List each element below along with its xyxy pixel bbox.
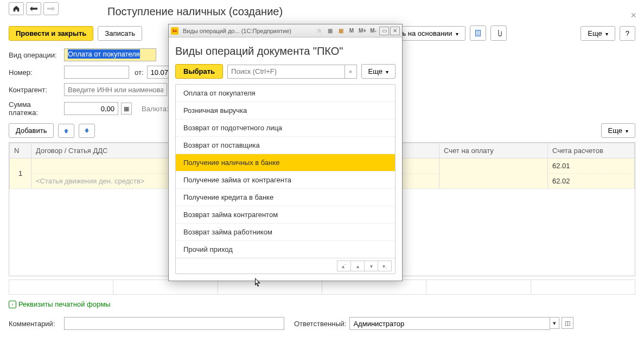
page-title: Поступление наличных (создание) xyxy=(0,3,644,22)
number-input[interactable] xyxy=(64,66,129,79)
tb-m-plus[interactable]: M+ xyxy=(358,27,367,35)
save-button[interactable]: Записать xyxy=(98,26,142,41)
app-icon: 1c xyxy=(171,27,178,35)
operation-type-item[interactable]: Розничная выручка xyxy=(176,102,395,119)
amount-label: Сумма платежа: xyxy=(9,100,61,117)
operation-type-item[interactable]: Получение кредита в банке xyxy=(176,189,395,206)
cell-acct1[interactable]: 62.01 xyxy=(548,158,635,174)
add-row-button[interactable]: Добавить xyxy=(9,123,54,138)
move-down-button[interactable] xyxy=(79,124,95,138)
operation-types-dialog: 1c Виды операций до... (1С:Предприятие) … xyxy=(168,24,403,281)
col-accounts[interactable]: Счета расчетов xyxy=(548,143,635,158)
footer-summary-grid xyxy=(9,280,635,295)
cell-acct2[interactable]: 62.02 xyxy=(548,174,635,189)
operation-type-item[interactable]: Возврат займа работником xyxy=(176,224,395,241)
number-label: Номер: xyxy=(9,68,61,77)
operation-type-item[interactable]: Возврат от поставщика xyxy=(176,137,395,154)
select-button[interactable]: Выбрать xyxy=(175,64,223,79)
more-button-top[interactable]: Еще xyxy=(581,26,615,41)
col-n[interactable]: N xyxy=(10,143,31,158)
dialog-titlebar[interactable]: 1c Виды операций до... (1С:Предприятие) … xyxy=(169,24,402,37)
counterparty-label: Контрагент: xyxy=(9,86,61,94)
more-dialog-label: Еще xyxy=(368,67,382,75)
operation-type-item[interactable]: Прочий приход xyxy=(176,241,395,258)
operation-type-item[interactable]: Получение займа от контрагента xyxy=(176,172,395,189)
dialog-window-title: Виды операций до... (1С:Предприятие) xyxy=(183,28,291,34)
print-requisites-link[interactable]: › Реквизиты печатной формы xyxy=(0,295,644,314)
from-label: от: xyxy=(135,68,144,77)
more-label: Еще xyxy=(588,29,602,37)
dropdown-icon[interactable]: ▾ xyxy=(550,317,559,329)
home-button[interactable] xyxy=(9,2,24,15)
amount-input[interactable] xyxy=(64,102,118,115)
comment-input[interactable] xyxy=(64,317,284,330)
operation-type-item[interactable]: Возврат займа контрагентом xyxy=(176,206,395,224)
currency-label: Валюта: xyxy=(142,105,169,113)
operation-type-item[interactable]: Получение наличных в банке xyxy=(176,154,395,172)
tb-calendar-icon[interactable]: ▦ xyxy=(336,27,346,35)
more-table-label: Еще xyxy=(608,126,622,135)
close-icon[interactable]: × xyxy=(630,10,636,21)
print-icon-button[interactable] xyxy=(470,26,486,41)
list-nav-bottom-icon[interactable]: ▾– xyxy=(378,261,392,271)
responsible-input[interactable] xyxy=(349,317,550,330)
close-dialog-icon[interactable]: ✕ xyxy=(390,27,400,35)
clear-search-icon[interactable]: × xyxy=(345,65,357,79)
col-invoice[interactable]: Счет на оплату xyxy=(439,143,548,158)
help-button[interactable]: ? xyxy=(620,26,635,41)
back-button[interactable] xyxy=(26,2,41,15)
responsible-label: Ответственный: xyxy=(294,320,346,328)
operation-type-input[interactable]: Оплата от покупателя xyxy=(64,48,156,61)
tb-m[interactable]: M xyxy=(347,27,356,35)
dialog-heading: Виды операций документа "ПКО" xyxy=(175,45,396,58)
operation-type-label: Вид операции: xyxy=(9,51,61,59)
operation-type-value: Оплата от покупателя xyxy=(68,49,140,59)
row-num: 1 xyxy=(10,158,31,189)
tb-m-minus[interactable]: M- xyxy=(368,27,378,35)
tb-grid-icon[interactable]: ▦ xyxy=(325,27,335,35)
list-nav-down-icon[interactable]: ▾ xyxy=(364,261,378,271)
print-requisites-label: Реквизиты печатной формы xyxy=(18,300,111,308)
more-button-dialog[interactable]: Еще xyxy=(361,64,396,79)
operation-type-item[interactable]: Оплата от покупателя xyxy=(176,85,395,102)
operation-type-item[interactable]: Возврат от подотчетного лица xyxy=(176,119,395,137)
search-input[interactable] xyxy=(227,65,345,79)
cell-invoice[interactable] xyxy=(439,158,548,189)
operation-type-list: Оплата от покупателяРозничная выручкаВоз… xyxy=(175,84,396,274)
post-and-close-button[interactable]: Провести и закрыть xyxy=(9,26,93,41)
expand-icon: › xyxy=(9,301,16,308)
move-up-button[interactable] xyxy=(58,124,74,138)
minimize-icon[interactable]: ▭ xyxy=(379,27,389,35)
calculator-icon[interactable]: ▦ xyxy=(121,103,132,115)
forward-button[interactable] xyxy=(43,2,59,15)
more-button-table[interactable]: Еще xyxy=(601,123,635,138)
counterparty-input[interactable] xyxy=(64,83,167,96)
comment-label: Комментарий: xyxy=(9,320,61,328)
list-nav-up-icon[interactable]: ▴ xyxy=(350,261,365,271)
tb-star-icon[interactable]: ☆ xyxy=(314,27,324,35)
open-icon[interactable]: ◫ xyxy=(562,317,573,329)
list-nav-top-icon[interactable]: ▴– xyxy=(337,261,351,271)
attachment-icon-button[interactable] xyxy=(490,26,507,41)
